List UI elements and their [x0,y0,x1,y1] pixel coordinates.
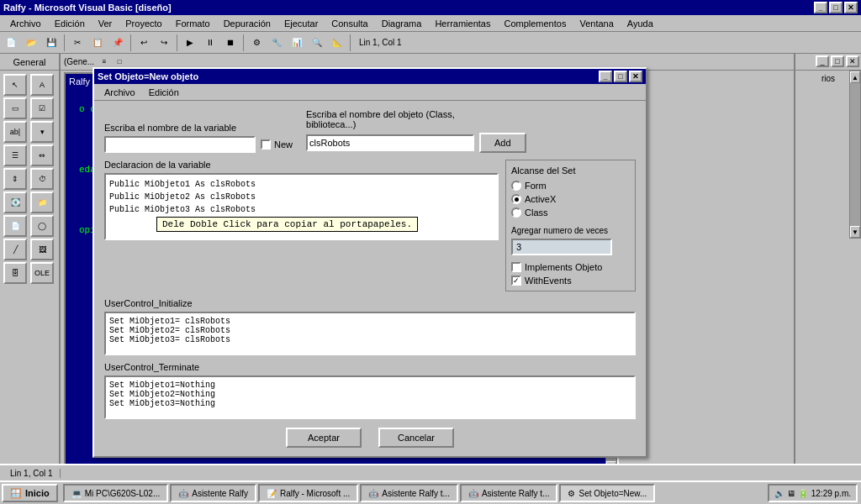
tool-file[interactable]: 📄 [3,215,27,237]
decl-label: Declaracion de la variable [104,160,499,170]
tool-frame[interactable]: ▭ [3,97,27,119]
toolbar: 📄 📂 💾 ✂ 📋 📌 ↩ ↪ ▶ ⏸ ⏹ ⚙ 🔧 📊 🔍 📐 Lin 1, C… [0,32,861,54]
tool-drive[interactable]: 💽 [3,192,27,213]
dialog-close-btn[interactable]: ✕ [629,71,642,82]
menu-ventana[interactable]: Ventana [573,17,620,30]
tool-shape[interactable]: ◯ [30,215,54,237]
tb-btn9[interactable]: 📐 [328,34,346,52]
uc-initialize-textarea[interactable]: Set MiObjeto1= clsRobots Set MiObjeto2= … [104,312,636,355]
menu-ayuda[interactable]: Ayuda [621,17,660,30]
rp-min-btn[interactable]: _ [816,55,829,67]
taskbar-item-5[interactable]: ⚙ Set Objeto=New... [559,484,655,502]
tool-listbox[interactable]: ☰ [3,144,27,166]
dialog-menu-archivo[interactable]: Archivo [98,86,142,99]
menu-consulta[interactable]: Consulta [325,17,374,30]
menu-edicion[interactable]: Edición [48,17,92,30]
dialog-maximize-btn[interactable]: □ [614,71,627,82]
tool-dir[interactable]: 📁 [30,192,54,213]
obj-name-input[interactable] [306,134,474,151]
tb-new-btn[interactable]: 📄 [2,34,20,52]
radio-form[interactable] [511,181,521,191]
menu-diagrama[interactable]: Diagrama [375,17,429,30]
uc-terminate-textarea[interactable]: Set MiObjeto1=Nothing Set MiObjeto2=Noth… [104,375,636,419]
tool-pointer[interactable]: ↖ [3,74,27,96]
tb-btn8[interactable]: 🔍 [308,34,326,52]
toolbox-title: General [0,54,59,71]
tb-redo-btn[interactable]: ↪ [155,34,173,52]
status-bar: Lin 1, Col 1 [0,464,861,480]
rp-close-btn[interactable]: ✕ [846,55,859,67]
taskbar-item-3[interactable]: 🤖 Asistente Ralfy t... [360,484,458,502]
toolbox: General ↖ A ▭ ☑ ab| ▾ ☰ ⇔ ⇕ ⏱ 💽 📁 📄 ◯ ╱ … [0,54,61,480]
tool-line[interactable]: ╱ [3,239,27,260]
taskbar-item-label-2: Ralfy - Microsoft ... [280,489,350,498]
new-checkbox[interactable] [261,139,271,150]
rp-sb-up[interactable]: ▲ [850,71,860,83]
menu-complementos[interactable]: Complementos [497,17,573,30]
tool-combobox[interactable]: ▾ [30,121,54,143]
taskbar-item-0[interactable]: 💻 Mi PC\G620S-L02... [63,484,168,502]
tool-label[interactable]: A [30,74,54,96]
tb-paste-btn[interactable]: 📌 [108,34,127,52]
uc-initialize-title: UserControl_Initialize [104,298,636,308]
uc-term-line-1: Set MiObjeto1=Nothing [109,381,631,390]
dialog-minimize-btn[interactable]: _ [599,71,612,82]
uc-initialize-section: UserControl_Initialize Set MiObjeto1= cl… [104,298,636,355]
tb-stop-btn[interactable]: ⏹ [221,34,240,52]
tb-run-btn[interactable]: ▶ [181,34,199,52]
agregar-input[interactable] [511,239,612,255]
tb-btn7[interactable]: 📊 [288,34,306,52]
menu-ver[interactable]: Ver [92,17,119,30]
tb-cut-btn[interactable]: ✂ [68,34,87,52]
dialog-menu: Archivo Edición [94,84,646,101]
tool-vscroll[interactable]: ⇕ [3,168,27,190]
rp-sb-track[interactable] [850,83,860,226]
aceptar-button[interactable]: Aceptar [286,428,362,448]
tool-textbox[interactable]: ab| [3,121,27,143]
tool-image[interactable]: 🖼 [30,239,54,260]
menu-proyecto[interactable]: Proyecto [119,17,168,30]
agregar-label: Agregar numero de veces [511,226,630,235]
menu-formato[interactable]: Formato [169,17,217,30]
tool-ole[interactable]: OLE [30,262,54,284]
withevents-checkbox[interactable]: ✓ [511,276,521,286]
obj-label1: Escriba el nombre del objeto (Class, [306,109,636,119]
tool-checkbox[interactable]: ☑ [30,97,54,119]
vb-maximize-btn[interactable]: □ [829,2,843,13]
rp-sb-down[interactable]: ▼ [850,226,860,238]
tool-timer[interactable]: ⏱ [30,168,54,190]
status-text: Lin 1, Col 1 [3,469,61,478]
rp-max-btn[interactable]: □ [831,55,844,67]
add-button[interactable]: Add [479,133,526,153]
tool-data[interactable]: 🗄 [3,262,27,284]
tool-hscroll[interactable]: ⇔ [30,144,54,166]
tb-btn5[interactable]: ⚙ [247,34,266,52]
uc-init-line-1: Set MiObjeto1= clsRobots [109,317,631,326]
tb-save-btn[interactable]: 💾 [42,34,61,52]
menu-ejecutar[interactable]: Ejecutar [277,17,325,30]
vb-minimize-btn[interactable]: _ [814,2,827,13]
tb-undo-btn[interactable]: ↩ [135,34,153,52]
tb-pause-btn[interactable]: ⏸ [201,34,219,52]
cancelar-button[interactable]: Cancelar [378,428,454,448]
vb-close-btn[interactable]: ✕ [844,2,858,13]
tb-copy-btn[interactable]: 📋 [88,34,107,52]
toolbox-grid: ↖ A ▭ ☑ ab| ▾ ☰ ⇔ ⇕ ⏱ 💽 📁 📄 ◯ ╱ 🖼 🗄 OLE [0,71,59,287]
dialog-menu-edicion[interactable]: Edición [142,86,186,99]
tb-open-btn[interactable]: 📂 [22,34,40,52]
menu-depuracion[interactable]: Depuración [217,17,277,30]
rp-scrollbar[interactable]: ▲ ▼ [849,71,861,239]
tb-btn6[interactable]: 🔧 [267,34,286,52]
decl-textarea[interactable]: Public MiObjeto1 As clsRobots Public MiO… [104,173,499,240]
taskbar-item-1[interactable]: 🤖 Asistente Ralfy [170,484,256,502]
radio-class[interactable] [511,207,521,218]
radio-class-row: Class [511,207,630,218]
var-name-input[interactable] [104,136,256,153]
menu-herramientas[interactable]: Herramientas [428,17,497,30]
taskbar-item-2[interactable]: 📝 Ralfy - Microsoft ... [258,484,358,502]
implements-checkbox[interactable] [511,262,521,272]
menu-archivo[interactable]: Archivo [3,17,48,30]
taskbar-item-4[interactable]: 🤖 Asistente Ralfy t... [460,484,558,502]
radio-activex[interactable] [511,194,521,204]
start-button[interactable]: 🪟 Inicio [2,484,58,502]
